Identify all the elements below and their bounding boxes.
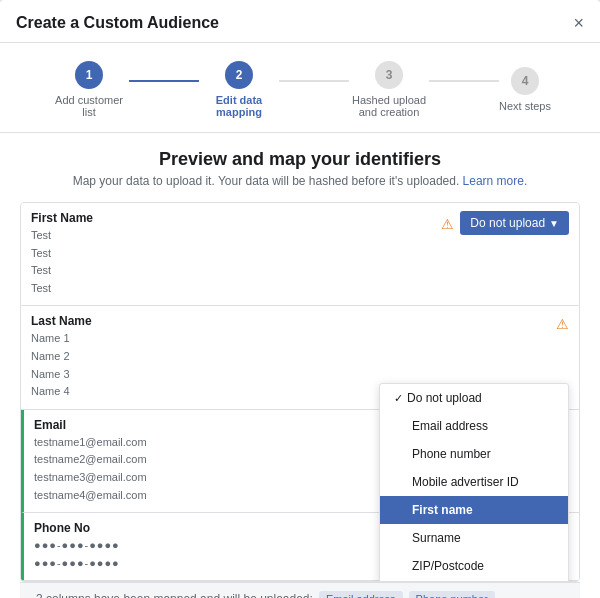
- check-mark-icon: ✓: [394, 392, 403, 405]
- dropdown-btn-label: Do not upload: [470, 216, 545, 230]
- row-name-firstname: First Name: [31, 211, 441, 225]
- step-3: 3 Hashed upload and creation: [349, 61, 429, 118]
- dropdown-menu: ✓ Do not upload Email address Phone numb…: [379, 383, 569, 582]
- warning-icon-lastname: ⚠: [556, 316, 569, 332]
- modal-header: Create a Custom Audience ×: [0, 0, 600, 43]
- learn-more-link[interactable]: Learn more.: [463, 174, 528, 188]
- step-1: 1 Add customer list: [49, 61, 129, 118]
- dropdown-item-city[interactable]: City: [380, 580, 568, 582]
- dropdown-item-do-not-upload[interactable]: ✓ Do not upload: [380, 384, 568, 412]
- content-area: Preview and map your identifiers Map you…: [0, 133, 600, 598]
- footer-bar: 3 columns have been mapped and will be u…: [20, 582, 580, 598]
- content-title: Preview and map your identifiers: [20, 149, 580, 170]
- dropdown-item-zip[interactable]: ZIP/Postcode: [380, 552, 568, 580]
- step-2: 2 Edit data mapping: [199, 61, 279, 118]
- mapping-area: First Name TestTestTestTest ⚠ Do not upl…: [20, 202, 580, 582]
- modal-title: Create a Custom Audience: [16, 14, 219, 32]
- row-name-lastname: Last Name: [31, 314, 556, 328]
- footer-bar-text: 3 columns have been mapped and will be u…: [36, 592, 313, 598]
- content-subtitle: Map your data to upload it. Your data wi…: [20, 174, 580, 188]
- step-3-circle: 3: [375, 61, 403, 89]
- modal: Create a Custom Audience × 1 Add custome…: [0, 0, 600, 598]
- warning-icon-firstname: ⚠: [441, 216, 454, 232]
- step-connector-3: [429, 80, 499, 82]
- dropdown-item-firstname[interactable]: First name: [380, 496, 568, 524]
- step-connector-1: [129, 80, 199, 82]
- step-4: 4 Next steps: [499, 67, 551, 112]
- step-4-circle: 4: [511, 67, 539, 95]
- row-values-firstname: TestTestTestTest: [31, 227, 441, 297]
- step-3-label: Hashed upload and creation: [349, 94, 429, 118]
- step-2-label: Edit data mapping: [199, 94, 279, 118]
- stepper: 1 Add customer list 2 Edit data mapping …: [0, 43, 600, 133]
- step-1-label: Add customer list: [49, 94, 129, 118]
- dropdown-btn-firstname[interactable]: Do not upload ▼: [460, 211, 569, 235]
- dropdown-item-email[interactable]: Email address: [380, 412, 568, 440]
- chevron-down-icon: ▼: [549, 218, 559, 229]
- dropdown-item-surname[interactable]: Surname: [380, 524, 568, 552]
- data-row-firstname: First Name TestTestTestTest ⚠ Do not upl…: [21, 203, 579, 306]
- dropdown-item-phone[interactable]: Phone number: [380, 440, 568, 468]
- step-2-circle: 2: [225, 61, 253, 89]
- dropdown-item-mobile-advertiser[interactable]: Mobile advertiser ID: [380, 468, 568, 496]
- close-button[interactable]: ×: [573, 14, 584, 32]
- step-4-label: Next steps: [499, 100, 551, 112]
- tag-phone: Phone number: [409, 591, 495, 598]
- step-connector-2: [279, 80, 349, 82]
- tag-email: Email address: [319, 591, 403, 598]
- step-1-circle: 1: [75, 61, 103, 89]
